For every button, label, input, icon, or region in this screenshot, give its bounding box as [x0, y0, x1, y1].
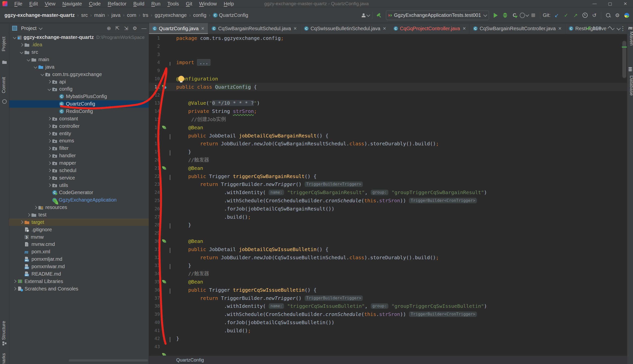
tree-row-Scratches and Consoles[interactable]: Scratches and Consoles: [9, 285, 149, 292]
user-avatar-icon[interactable]: [361, 11, 370, 20]
settings-gear-icon[interactable]: ⚙: [613, 11, 621, 20]
chevron-down-icon[interactable]: [48, 88, 51, 91]
chevron-right-icon[interactable]: [48, 124, 51, 128]
chevron-right-icon[interactable]: [20, 220, 23, 224]
chevron-down-icon[interactable]: [27, 58, 30, 61]
code-line-1[interactable]: 1package com.trs.ggzyexchange.config;: [149, 34, 627, 42]
previous-problem-icon[interactable]: [608, 26, 612, 30]
code-line-38[interactable]: 38 .withIdentity( name: "triggerCqSwIssu…: [149, 302, 627, 310]
code-line-13[interactable]: 13 @Value("0 */10 * * * ?"): [149, 99, 627, 107]
close-tab-icon[interactable]: ✕: [558, 26, 562, 31]
chevron-right-icon[interactable]: [34, 206, 37, 209]
code-line-17[interactable]: 17 public JobDetail jobDetailCqSwBargain…: [149, 132, 627, 140]
locate-file-icon[interactable]: ⊕: [107, 25, 111, 31]
expand-all-icon[interactable]: ⇱: [116, 25, 120, 31]
close-tab-icon[interactable]: ✕: [201, 26, 204, 31]
close-tab-icon[interactable]: ✕: [462, 26, 466, 31]
tab-CqSwBargainResultController.java[interactable]: CqSwBargainResultController.java✕: [470, 23, 565, 34]
tree-row-pomxmljar.md[interactable]: pomxmljar.md: [9, 256, 149, 263]
tree-row-.idea[interactable]: .idea: [9, 41, 149, 48]
code-line-37[interactable]: 37 return TriggerBuilder.newTrigger() Tr…: [149, 294, 627, 302]
maximize-button[interactable]: ▢: [602, 1, 618, 6]
menu-run[interactable]: Run: [151, 1, 161, 7]
hide-panel-icon[interactable]: —: [142, 26, 146, 31]
chevron-right-icon[interactable]: [48, 154, 51, 158]
tree-row-entity[interactable]: entity: [9, 130, 149, 137]
breadcrumb-item[interactable]: config: [193, 12, 206, 18]
chevron-right-icon[interactable]: [48, 117, 51, 120]
git-update-icon[interactable]: ↙: [552, 11, 561, 20]
search-everywhere-icon[interactable]: [604, 11, 612, 20]
code-line-14[interactable]: 14 private String strSron;: [149, 107, 627, 116]
tree-row-enums[interactable]: enums: [9, 137, 149, 144]
tree-row-handler[interactable]: handler: [9, 152, 149, 160]
tree-row-api[interactable]: api: [9, 78, 149, 86]
tree-row-test[interactable]: test: [9, 211, 149, 219]
code-line-40[interactable]: 40 .forJob(jobDetailCqSwIssueBulletin()): [149, 318, 627, 326]
tool-button-commit[interactable]: Commit: [1, 77, 7, 93]
code-line-29[interactable]: 29: [149, 229, 627, 237]
tree-row-MybatisPlusConfig[interactable]: MybatisPlusConfig: [9, 93, 149, 100]
fold-marker-icon[interactable]: [170, 175, 170, 180]
code-line-16[interactable]: 16 @Bean: [149, 124, 627, 132]
breadcrumb-item[interactable]: ggzyexchange: [155, 12, 187, 18]
fold-marker-icon[interactable]: [170, 223, 170, 228]
tree-row-utils[interactable]: utils: [9, 182, 149, 189]
menu-tools[interactable]: Tools: [167, 1, 179, 7]
menu-build[interactable]: Build: [133, 1, 144, 7]
code-line-24[interactable]: 24 .withIdentity( name: "triggerCqSwBarg…: [149, 188, 627, 196]
fold-marker-icon[interactable]: [170, 264, 170, 269]
code-line-19[interactable]: 19 }: [149, 148, 627, 156]
history-clock-icon[interactable]: [581, 11, 589, 20]
code-line-26[interactable]: 26 .forJob(jobDetailCqSwBargainResult()): [149, 205, 627, 213]
breadcrumb-item[interactable]: trs: [143, 12, 148, 18]
fold-marker-icon[interactable]: [170, 150, 170, 156]
chevron-right-icon[interactable]: [48, 169, 51, 172]
breadcrumb-item[interactable]: ggzy-exchange-master-quartz: [5, 12, 75, 18]
code-line-10[interactable]: 10@Configuration: [149, 75, 627, 83]
code-line-28[interactable]: 28 }: [149, 221, 627, 229]
tool-button-database[interactable]: Database: [629, 76, 633, 96]
code-line-30[interactable]: 30 @Bean: [149, 237, 627, 246]
tree-row-mapper[interactable]: mapper: [9, 160, 149, 167]
chevron-right-icon[interactable]: [48, 139, 51, 143]
tree-row-com.trs.ggzyexchange[interactable]: com.trs.ggzyexchange: [9, 70, 149, 78]
code-line-25[interactable]: 25 .withSchedule(CronScheduleBuilder.cro…: [149, 196, 627, 205]
chevron-down-icon[interactable]: [39, 26, 43, 30]
menu-git[interactable]: Git: [186, 1, 192, 7]
tree-row-schedul[interactable]: schedul: [9, 167, 149, 174]
code-line-21[interactable]: 21 @Bean: [149, 164, 627, 172]
chevron-right-icon[interactable]: [27, 213, 30, 216]
git-push-icon[interactable]: ↗: [571, 11, 580, 20]
breadcrumb-item[interactable]: main: [94, 12, 105, 18]
tree-row-.gitignore[interactable]: .gitignore: [9, 226, 149, 233]
tool-button-project[interactable]: Project: [1, 37, 7, 51]
code-line-4[interactable]: 4import ...: [149, 58, 627, 66]
chevron-down-icon[interactable]: [13, 36, 16, 39]
tool-button-maven[interactable]: Maven: [629, 32, 633, 46]
breadcrumb-class[interactable]: QuartzConfig: [176, 357, 204, 363]
code-line-34[interactable]: 34 //触发器: [149, 270, 627, 278]
chevron-right-icon[interactable]: [48, 176, 51, 180]
code-line-39[interactable]: 39 .withSchedule(CronScheduleBuilder.cro…: [149, 310, 627, 318]
panel-settings-gear-icon[interactable]: ⚙: [133, 25, 137, 31]
code-editor[interactable]: 1package com.trs.ggzyexchange.config;234…: [149, 34, 627, 356]
debug-button[interactable]: [501, 11, 509, 20]
menu-view[interactable]: View: [45, 1, 56, 7]
breadcrumb-item[interactable]: java: [111, 12, 120, 18]
code-line-11[interactable]: 11public class QuartzConfig {: [149, 83, 627, 91]
code-line-32[interactable]: 32 return JobBuilder.newJob(CqSwIssueBul…: [149, 254, 627, 262]
chevron-right-icon[interactable]: [48, 146, 51, 150]
tree-row-GgzyExchangeApplication[interactable]: GgzyExchangeApplication: [9, 196, 149, 204]
next-problem-icon[interactable]: [617, 26, 621, 30]
intention-bulb-icon[interactable]: [178, 76, 184, 82]
fold-marker-icon[interactable]: [170, 288, 170, 294]
chevron-right-icon[interactable]: [13, 287, 16, 290]
rollback-icon[interactable]: ↺: [590, 11, 598, 20]
tree-row-main[interactable]: main: [9, 56, 149, 64]
code-line-31[interactable]: 31 public JobDetail jobDetailCqSwIssueBu…: [149, 246, 627, 254]
tree-row-pomxmlwar.md[interactable]: pomxmlwar.md: [9, 263, 149, 270]
code-line-20[interactable]: 20 //触发器: [149, 156, 627, 164]
menu-file[interactable]: File: [14, 1, 22, 7]
tab-QuartzConfig.java[interactable]: QuartzConfig.java✕: [149, 23, 208, 34]
